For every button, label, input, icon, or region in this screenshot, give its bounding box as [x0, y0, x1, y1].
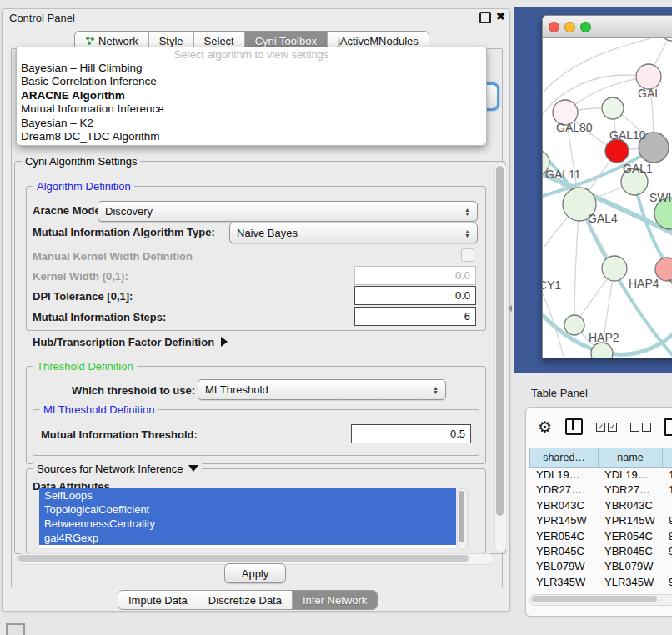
node-label: GAL80	[556, 121, 593, 134]
table-row[interactable]: YDL19…YDL19…13	[529, 468, 672, 482]
mi-threshold-group-title: MI Threshold Definition	[40, 403, 158, 416]
tab-discretize-data[interactable]: Discretize Data	[198, 591, 293, 609]
table-row[interactable]: YPR145WYPR145W9.	[529, 513, 672, 528]
algorithm-definition-title: Algorithm Definition	[33, 180, 134, 192]
network-window[interactable]: GALGAL80GAL10GAL1GAL11SWI4GAL4GCY1HAP4YH…	[542, 15, 672, 358]
mi-threshold-field[interactable]: 0.5	[351, 424, 471, 443]
attribute-list-item[interactable]: gal4RGexp	[39, 531, 456, 545]
kernel-width-label: Kernel Width (0,1):	[33, 270, 128, 282]
attribute-list-item[interactable]: SelfLoops	[39, 488, 456, 502]
manual-kernel-width-checkbox[interactable]	[461, 248, 474, 262]
node-label: HAP4	[629, 277, 659, 290]
dropdown-placeholder: Select algorithm to view settings	[17, 48, 486, 62]
sources-expander[interactable]: Sources for Network Inference	[33, 462, 202, 475]
control-panel-title: Control Panel	[9, 12, 75, 24]
dpi-tolerance-field[interactable]: 0.0	[354, 286, 476, 305]
node-label: HAP2	[589, 331, 619, 344]
aracne-mode-select[interactable]: Discovery ▲▼	[98, 201, 478, 222]
network-graph[interactable]: GALGAL80GAL10GAL1GAL11SWI4GAL4GCY1HAP4YH…	[543, 38, 672, 358]
dropdown-item[interactable]: Dream8 DC_TDC Algorithm	[17, 130, 486, 143]
node-label: GCY1	[543, 278, 561, 292]
table-header-row: shared…name	[529, 448, 672, 468]
stepper-arrows-icon: ▲▼	[464, 229, 470, 238]
dropdown-item[interactable]: ARACNE Algorithm	[17, 89, 486, 102]
tab-impute-data[interactable]: Impute Data	[118, 591, 198, 609]
restore-panel-button[interactable]	[6, 623, 25, 635]
dropdown-item[interactable]: Mutual Information Inference	[17, 102, 486, 116]
tab-infer-network[interactable]: Infer Network	[293, 591, 377, 609]
zoom-traffic-light[interactable]	[580, 22, 591, 32]
network-window-titlebar[interactable]	[543, 16, 672, 38]
node-label: GAL11	[545, 168, 581, 181]
node-label: Y	[669, 277, 672, 290]
stepper-arrows-icon: ▲▼	[433, 386, 439, 394]
unchecked-boxes-icon[interactable]	[630, 422, 651, 432]
expander-expanded-icon	[188, 465, 198, 472]
network-canvas[interactable]: GALGAL80GAL10GAL1GAL11SWI4GAL4GCY1HAP4YH…	[543, 38, 672, 358]
minimize-traffic-light[interactable]	[564, 22, 575, 32]
node-label: GAL1	[623, 162, 653, 175]
dropdown-item[interactable]: Bayesian – K2	[17, 117, 486, 130]
document-icon[interactable]	[664, 418, 672, 436]
mi-steps-field[interactable]: 6	[354, 307, 476, 326]
network-node[interactable]	[564, 315, 584, 335]
network-node[interactable]	[636, 64, 661, 89]
scrollbar-thumb[interactable]	[532, 596, 657, 602]
splitpane-collapse-icon[interactable]	[508, 305, 512, 312]
attribute-list-item[interactable]: TopologicalCoefficient	[39, 502, 456, 517]
dropdown-item[interactable]: Basic Correlation Inference	[17, 75, 486, 88]
table-row[interactable]: YBL079WYBL079W	[529, 559, 672, 574]
mi-algorithm-type-select[interactable]: Naive Bayes ▲▼	[229, 222, 478, 243]
which-threshold-select[interactable]: MI Threshold ▲▼	[198, 379, 446, 400]
manual-kernel-width-label: Manual Kernel Width Definition	[33, 250, 193, 262]
node-label: SWI4	[649, 191, 672, 204]
aracne-mode-label: Aracne Mode:	[33, 204, 104, 217]
columns-icon[interactable]	[565, 418, 583, 435]
table-row[interactable]: YER054CYER054C8.	[529, 529, 672, 544]
apply-button[interactable]: Apply	[224, 563, 286, 583]
dpi-tolerance-label: DPI Tolerance [0,1]:	[33, 290, 133, 302]
table-column-header[interactable]: name	[598, 448, 662, 468]
expander-collapsed-icon	[221, 337, 228, 347]
network-node[interactable]	[602, 256, 627, 281]
kernel-width-field[interactable]: 0.0	[354, 266, 476, 285]
float-window-icon[interactable]	[479, 12, 491, 23]
stepper-arrows-icon: ▲▼	[464, 208, 470, 216]
node-label: GAL	[638, 87, 661, 100]
attribute-list-item[interactable]: BetweennessCentrality	[39, 517, 456, 531]
table-row[interactable]: YBR043CYBR043C	[529, 498, 672, 513]
settings-vertical-scrollbar[interactable]	[494, 162, 507, 552]
hub-definition-expander[interactable]: Hub/Transcription Factor Definition	[33, 336, 228, 348]
close-icon[interactable]: ✖	[496, 10, 505, 22]
dropdown-item[interactable]: Bayesian – Hill Climbing	[17, 62, 486, 75]
gear-icon[interactable]: ⚙	[538, 419, 552, 435]
data-attributes-list[interactable]: SelfLoopsTopologicalCoefficientBetweenne…	[39, 488, 456, 548]
threshold-definition-title: Threshold Definition	[33, 360, 137, 372]
table-row[interactable]: YIL052CYIL052C9	[529, 590, 672, 592]
control-panel-window: Control Panel ✖ NetworkStyleSelectCyni T…	[2, 8, 510, 612]
table-panel: ⚙ ✓✓ shared…name YDL19…YDL19…13YDR27…YDR…	[525, 407, 672, 617]
node-table: shared…name YDL19…YDL19…13YDR27…YDR27…12…	[529, 448, 672, 592]
table-row[interactable]: YDR27…YDR27…12	[529, 482, 672, 498]
attributes-list-scrollbar[interactable]	[457, 488, 468, 550]
scrollbar-thumb[interactable]	[496, 166, 504, 516]
table-toolbar: ⚙ ✓✓	[526, 412, 672, 441]
cyni-algorithm-settings-title: Cyni Algorithm Settings	[22, 155, 140, 168]
network-edge[interactable]	[574, 204, 579, 325]
table-row[interactable]: YBR045CYBR045C9.	[529, 544, 672, 559]
which-threshold-label: Which threshold to use:	[72, 384, 195, 397]
network-node[interactable]	[602, 98, 624, 119]
close-traffic-light[interactable]	[549, 22, 559, 32]
checked-boxes-icon[interactable]: ✓✓	[596, 422, 617, 432]
network-edge[interactable]	[543, 170, 672, 245]
algorithm-dropdown-list: Select algorithm to view settings Bayesi…	[16, 47, 487, 146]
network-node[interactable]	[591, 342, 613, 358]
mi-threshold-label: Mutual Information Threshold:	[41, 428, 198, 441]
table-row[interactable]: YLR345WYLR345W9.	[529, 575, 672, 590]
network-node[interactable]	[605, 139, 629, 162]
table-column-header[interactable]	[662, 448, 672, 468]
scrollbar-thumb[interactable]	[459, 491, 464, 542]
table-horizontal-scrollbar[interactable]	[529, 594, 672, 606]
table-column-header[interactable]: shared…	[529, 448, 598, 468]
scrollbar-thumb[interactable]	[18, 555, 469, 562]
